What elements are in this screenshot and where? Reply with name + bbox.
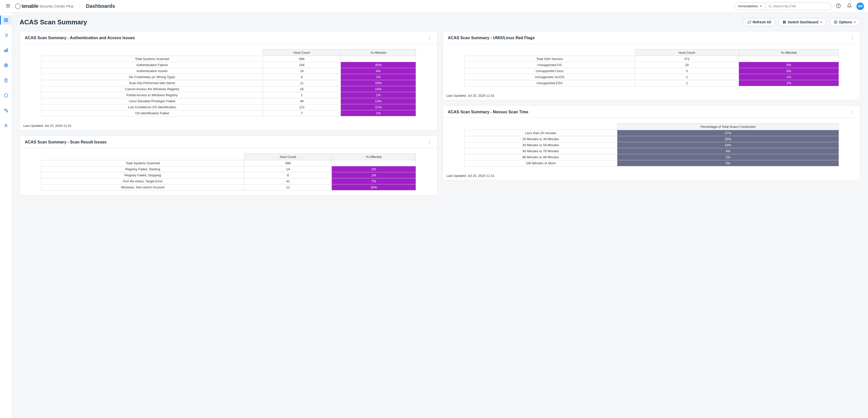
row-pct: 1% <box>341 74 416 80</box>
row-count: 24 <box>263 68 341 74</box>
row-label: Linux Elevated Privileges Failed <box>41 98 263 104</box>
svg-point-6 <box>838 7 839 7</box>
table-row[interactable]: Total Systems Scanned586 <box>41 160 416 166</box>
row-pct: 4% <box>341 68 416 74</box>
svg-rect-26 <box>4 109 6 110</box>
table-row[interactable]: Cannot Access the Windows Registry1614% <box>41 86 416 92</box>
row-label: Less than 20 minutes <box>464 130 617 136</box>
sidebar-item-target[interactable] <box>0 61 12 70</box>
row-count: 29 <box>635 62 739 68</box>
table-row[interactable]: Authentication Issues244% <box>41 68 416 74</box>
brand-name: tenable <box>22 3 38 9</box>
row-pct: 19% <box>617 142 839 148</box>
row-label: Unsupported ESX <box>464 80 635 86</box>
row-label: Partial Access to Windows Registry <box>41 92 263 98</box>
notifications-button[interactable] <box>845 2 854 10</box>
table-row[interactable]: Port Re-check, Target Error417% <box>41 178 416 184</box>
page-title: ACAS Scan Summary <box>20 18 87 26</box>
table-row[interactable]: Unsupported OS298% <box>464 62 839 68</box>
svg-rect-9 <box>4 21 5 22</box>
table-row[interactable]: Total SSH Servers372 <box>464 56 839 62</box>
svg-rect-10 <box>6 21 7 22</box>
sidebar-item-dashboards[interactable] <box>0 16 12 25</box>
refresh-all-button[interactable]: Refresh All <box>743 18 775 26</box>
table-row[interactable]: 80 Minutes to 99 Minutes2% <box>464 154 839 160</box>
tenable-circle-icon <box>15 3 21 9</box>
svg-point-22 <box>6 65 6 65</box>
search-input[interactable] <box>773 4 829 8</box>
sidebar-item-analytics[interactable] <box>0 46 12 55</box>
svg-rect-7 <box>4 18 5 20</box>
sidebar-item-reports[interactable] <box>0 76 12 85</box>
table-row[interactable]: OS Identification Failed71% <box>41 110 416 116</box>
row-label: Scan Not Performed with Admin <box>41 80 263 86</box>
row-pct: 1% <box>341 92 416 98</box>
row-pct: 8% <box>739 62 839 68</box>
table-row[interactable]: Unsupported ESX11% <box>464 80 839 86</box>
row-label: OS Identification Failed <box>41 110 263 116</box>
row-label: Authentication Failure <box>41 62 263 68</box>
table-row[interactable]: 40 Minutes to 59 Minutes19% <box>464 142 839 148</box>
table-row[interactable]: Low Confidence OS Identification12221% <box>41 104 416 110</box>
table-row[interactable]: 20 Minutes to 39 Minutes35% <box>464 136 839 142</box>
panel-menu-button[interactable]: ⋮ <box>427 35 432 41</box>
row-label: Unsupported OS <box>464 62 635 68</box>
table-row[interactable]: Partial Access to Windows Registry11% <box>41 92 416 98</box>
table-row[interactable]: 100 Minutes or More3% <box>464 160 839 166</box>
avatar-initials: SM <box>858 4 863 8</box>
table-row[interactable]: Scan Not Performed with Admin1110% <box>41 80 416 86</box>
main-content: ACAS Scan Summary Refresh All Switch Das… <box>12 12 868 418</box>
row-pct <box>341 56 416 62</box>
svg-rect-31 <box>783 21 784 22</box>
sidebar-item-workflow[interactable] <box>0 106 12 115</box>
table-row[interactable]: Authentication Failure20435% <box>41 62 416 68</box>
sidebar-item-assets[interactable] <box>0 91 12 100</box>
panel-menu-button[interactable]: ⋮ <box>427 139 432 145</box>
hamburger-menu-button[interactable] <box>4 2 12 10</box>
row-pct: 2% <box>617 154 839 160</box>
table-row[interactable]: Unsupported JunOS21% <box>464 74 839 80</box>
sidebar-item-users[interactable] <box>0 121 12 130</box>
refresh-icon <box>748 20 751 24</box>
col-host-count: Host Count <box>263 50 341 56</box>
switch-dashboard-button[interactable]: Switch Dashboard ▼ <box>778 18 827 26</box>
search-category-dropdown[interactable]: Vulnerabilities ▼ <box>734 2 766 10</box>
gear-icon <box>834 20 837 24</box>
row-label: Registry Failed, Stopping <box>41 172 244 178</box>
brand-logo[interactable]: tenable Security Center Plus <box>15 3 73 9</box>
table-row[interactable]: Total Systems Scanned586 <box>41 56 416 62</box>
panel-menu-button[interactable]: ⋮ <box>850 109 855 115</box>
row-label: Authentication Issues <box>41 68 263 74</box>
panel-menu-button[interactable]: ⋮ <box>850 35 855 41</box>
table-row[interactable]: Unsupported Cisco00% <box>464 68 839 74</box>
row-count: 16 <box>263 86 341 92</box>
table-row[interactable]: Windows, Non-admin Account1110% <box>41 184 416 190</box>
table-row[interactable]: Linux Elevated Privileges Failed4913% <box>41 98 416 104</box>
row-count: 204 <box>263 62 341 68</box>
scan-time-table: Percentage of Total Scans Conducted Less… <box>464 123 839 166</box>
col-host-count: Host Count <box>635 50 739 56</box>
row-count: 11 <box>263 80 341 86</box>
row-label: Total Systems Scanned <box>41 160 244 166</box>
table-row[interactable]: Registry Failed, Starting142% <box>41 166 416 172</box>
svg-rect-27 <box>6 111 7 112</box>
row-count: 1 <box>635 80 739 86</box>
sidebar-item-list[interactable] <box>0 31 12 40</box>
help-button[interactable] <box>834 2 842 10</box>
options-button[interactable]: Options ▼ <box>830 18 861 26</box>
col-pct-affected: % Affected <box>739 50 839 56</box>
grid-icon <box>783 20 786 24</box>
row-label: 100 Minutes or More <box>464 160 617 166</box>
table-row[interactable]: Registry Failed, Stopping61% <box>41 172 416 178</box>
table-row[interactable]: 60 Minutes to 79 Minutes4% <box>464 148 839 154</box>
search-dropdown-label: Vulnerabilities <box>738 4 758 8</box>
chevron-down-icon: ▼ <box>760 5 762 7</box>
col-host-count: Host Count <box>244 154 332 160</box>
table-row[interactable]: No Credentials (or Wrong Type)61% <box>41 74 416 80</box>
unix-table: Host Count % Affected Total SSH Servers3… <box>464 49 839 86</box>
user-avatar[interactable]: SM <box>857 2 864 10</box>
table-row[interactable]: Less than 20 minutes37% <box>464 130 839 136</box>
panel-title: ACAS Scan Summary - Nessus Scan Time <box>448 110 528 114</box>
row-pct: 1% <box>739 80 839 86</box>
row-pct: 4% <box>617 148 839 154</box>
